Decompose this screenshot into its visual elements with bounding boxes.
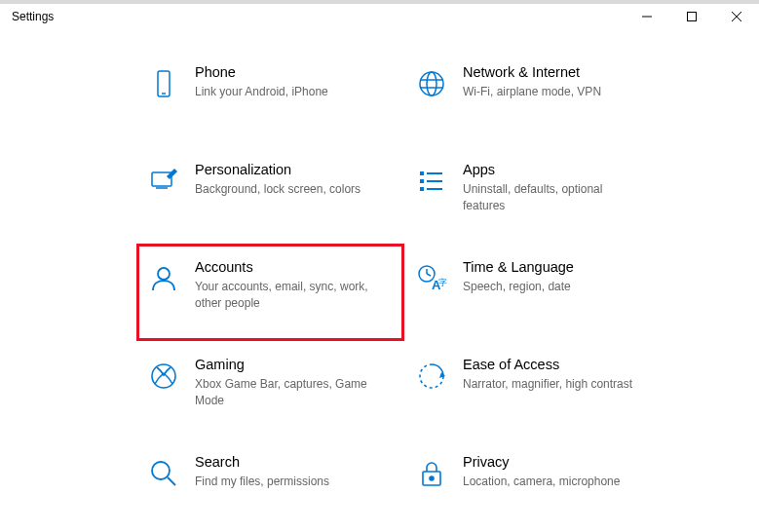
svg-rect-14 bbox=[420, 187, 424, 191]
svg-point-26 bbox=[152, 462, 170, 479]
tile-text: Search Find my files, permissions bbox=[195, 452, 387, 490]
close-icon bbox=[732, 12, 741, 21]
svg-rect-16 bbox=[427, 180, 442, 182]
tile-phone[interactable]: Phone Link your Android, iPhone bbox=[136, 49, 404, 146]
svg-line-21 bbox=[427, 274, 431, 276]
tile-text: Ease of Access Narrator, magnifier, high… bbox=[463, 355, 655, 393]
svg-rect-13 bbox=[420, 179, 424, 183]
tile-text: Time & Language Speech, region, date bbox=[463, 257, 655, 295]
tile-text: Apps Uninstall, defaults, optional featu… bbox=[463, 160, 655, 214]
svg-line-27 bbox=[168, 477, 175, 485]
tile-time-language[interactable]: A字 Time & Language Speech, region, date bbox=[404, 244, 672, 341]
tile-text: Accounts Your accounts, email, sync, wor… bbox=[195, 257, 387, 312]
lock-icon bbox=[412, 454, 451, 493]
tile-text: Privacy Location, camera, microphone bbox=[463, 452, 655, 490]
tile-desc: Location, camera, microphone bbox=[463, 474, 638, 490]
tile-desc: Link your Android, iPhone bbox=[195, 84, 370, 100]
tile-privacy[interactable]: Privacy Location, camera, microphone bbox=[404, 438, 672, 532]
svg-rect-12 bbox=[420, 171, 424, 175]
window-title: Settings bbox=[12, 10, 54, 23]
globe-icon bbox=[412, 64, 451, 103]
svg-point-7 bbox=[427, 72, 436, 95]
tile-desc: Narrator, magnifier, high contrast bbox=[463, 376, 638, 393]
titlebar: Settings bbox=[0, 0, 759, 29]
tile-title: Time & Language bbox=[463, 259, 655, 275]
maximize-icon bbox=[687, 12, 697, 21]
xbox-icon bbox=[144, 357, 183, 396]
tile-title: Gaming bbox=[195, 357, 387, 372]
tile-text: Network & Internet Wi-Fi, airplane mode,… bbox=[463, 62, 655, 100]
maximize-button[interactable] bbox=[669, 4, 714, 29]
svg-point-29 bbox=[430, 476, 434, 480]
svg-rect-1 bbox=[688, 13, 697, 21]
svg-rect-17 bbox=[427, 188, 442, 190]
tile-desc: Find my files, permissions bbox=[195, 474, 370, 490]
window-controls bbox=[625, 4, 759, 29]
tile-accounts[interactable]: Accounts Your accounts, email, sync, wor… bbox=[136, 244, 404, 341]
tile-text: Phone Link your Android, iPhone bbox=[195, 62, 387, 100]
tile-title: Ease of Access bbox=[463, 357, 655, 372]
svg-text:字: 字 bbox=[438, 278, 447, 287]
tile-title: Privacy bbox=[463, 454, 655, 470]
tile-title: Personalization bbox=[195, 162, 387, 177]
tile-desc: Xbox Game Bar, captures, Game Mode bbox=[195, 376, 370, 409]
svg-point-6 bbox=[420, 72, 443, 95]
tile-desc: Speech, region, date bbox=[463, 279, 638, 295]
close-button[interactable] bbox=[714, 4, 759, 29]
tile-desc: Your accounts, email, sync, work, other … bbox=[195, 279, 370, 312]
tile-ease-of-access[interactable]: Ease of Access Narrator, magnifier, high… bbox=[404, 341, 672, 438]
tile-title: Search bbox=[195, 454, 387, 470]
settings-content: Phone Link your Android, iPhone Network … bbox=[0, 29, 759, 532]
paintbrush-icon bbox=[144, 162, 183, 201]
tile-personalization[interactable]: Personalization Background, lock screen,… bbox=[136, 146, 404, 244]
tile-title: Phone bbox=[195, 64, 387, 80]
svg-rect-4 bbox=[158, 71, 170, 96]
tile-title: Apps bbox=[463, 162, 655, 177]
tile-desc: Background, lock screen, colors bbox=[195, 181, 370, 198]
search-icon bbox=[144, 454, 183, 493]
minimize-icon bbox=[642, 12, 652, 21]
tile-title: Accounts bbox=[195, 259, 387, 275]
tile-desc: Wi-Fi, airplane mode, VPN bbox=[463, 84, 638, 100]
svg-point-18 bbox=[158, 268, 170, 280]
apps-list-icon bbox=[412, 162, 451, 201]
svg-rect-15 bbox=[427, 172, 442, 174]
tile-network[interactable]: Network & Internet Wi-Fi, airplane mode,… bbox=[404, 49, 672, 146]
tile-text: Gaming Xbox Game Bar, captures, Game Mod… bbox=[195, 355, 387, 409]
tile-gaming[interactable]: Gaming Xbox Game Bar, captures, Game Mod… bbox=[136, 341, 404, 438]
person-icon bbox=[144, 259, 183, 298]
tile-title: Network & Internet bbox=[463, 64, 655, 80]
tile-search[interactable]: Search Find my files, permissions bbox=[136, 438, 404, 532]
ease-of-access-icon bbox=[412, 357, 451, 396]
tile-desc: Uninstall, defaults, optional features bbox=[463, 181, 638, 214]
phone-icon bbox=[144, 64, 183, 103]
tile-text: Personalization Background, lock screen,… bbox=[195, 160, 387, 198]
minimize-button[interactable] bbox=[625, 4, 669, 29]
settings-grid: Phone Link your Android, iPhone Network … bbox=[136, 49, 759, 532]
tile-apps[interactable]: Apps Uninstall, defaults, optional featu… bbox=[404, 146, 672, 244]
time-language-icon: A字 bbox=[412, 259, 451, 298]
